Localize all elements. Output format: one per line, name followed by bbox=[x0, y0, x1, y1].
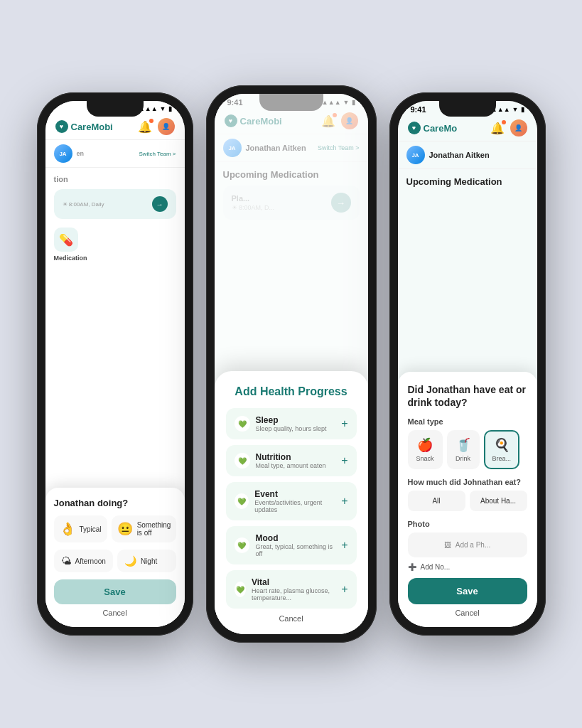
how-panel: Jonathan doing? 👌 Typical 😐 Something is… bbox=[45, 488, 185, 627]
logo-icon-3: ♥ bbox=[408, 122, 421, 134]
mood-something-off[interactable]: 😐 Something is off bbox=[112, 515, 177, 542]
photo-icon: 🖼 bbox=[444, 541, 451, 549]
health-item-text-event: Event Events/activities, urgent updates bbox=[254, 489, 341, 513]
health-item-left-mood: 💚 Mood Great, typical, something is off bbox=[235, 533, 342, 557]
med-icon-area: 💊 Medication bbox=[45, 222, 185, 267]
nutrition-heart-icon: 💚 bbox=[235, 453, 250, 469]
health-item-text-sleep: Sleep Sleep quality, hours slept bbox=[256, 415, 327, 432]
bell-wrapper-3[interactable]: 🔔 bbox=[490, 122, 505, 135]
health-item-left-nutrition: 💚 Nutrition Meal type, amount eaten bbox=[235, 452, 326, 469]
sleep-subtitle: Sleep quality, hours slept bbox=[256, 425, 327, 432]
health-item-text-mood: Mood Great, typical, something is off bbox=[255, 533, 341, 557]
sleep-heart-icon: 💚 bbox=[235, 416, 250, 432]
health-item-event[interactable]: 💚 Event Events/activities, urgent update… bbox=[226, 482, 357, 520]
upcoming-med-label-1: tion bbox=[45, 168, 185, 186]
mood-subtitle: Great, typical, something is off bbox=[255, 543, 341, 557]
drink-icon: 🥤 bbox=[456, 437, 471, 453]
afternoon-icon: 🌤 bbox=[61, 555, 71, 567]
switch-team-1[interactable]: Switch Team > bbox=[139, 151, 176, 157]
amount-label: How much did Johnathan eat? bbox=[408, 478, 527, 486]
phone-1: ▲▲▲ ▼ ▮ ♥ CareMobi 🔔 bbox=[37, 92, 193, 636]
add-photo-text: Add a Ph... bbox=[456, 541, 490, 549]
battery-icon-3: ▮ bbox=[521, 106, 524, 113]
save-button-3[interactable]: Save bbox=[408, 578, 527, 604]
event-title: Event bbox=[254, 489, 341, 499]
night-label: Night bbox=[141, 557, 157, 565]
nutrition-subtitle: Meal type, amount eaten bbox=[256, 462, 326, 469]
vital-subtitle: Heart rate, plasma glucose, temperature.… bbox=[252, 587, 341, 601]
time-night[interactable]: 🌙 Night bbox=[117, 550, 176, 572]
panel-title: Jonathan doing? bbox=[54, 498, 176, 508]
health-item-text-nutrition: Nutrition Meal type, amount eaten bbox=[256, 452, 326, 469]
battery-icon: ▮ bbox=[168, 105, 172, 112]
nutrition-modal: Did Jonathan have eat or drink today? Me… bbox=[398, 372, 537, 627]
notch-3 bbox=[439, 101, 496, 117]
health-item-nutrition[interactable]: 💚 Nutrition Meal type, amount eaten + bbox=[226, 445, 357, 476]
status-time-3: 9:41 bbox=[411, 105, 426, 114]
meal-type-drink[interactable]: 🥤 Drink bbox=[447, 430, 480, 469]
med-card-left-1: ☀ 8:00AM, Daily bbox=[63, 201, 104, 208]
amount-all[interactable]: All bbox=[408, 491, 465, 511]
cancel-link-3[interactable]: Cancel bbox=[408, 609, 527, 617]
patient-info-1: JA en bbox=[54, 144, 85, 163]
time-afternoon[interactable]: 🌤 Afternoon bbox=[54, 550, 113, 572]
mood-plus-btn[interactable]: + bbox=[341, 539, 347, 552]
sleep-plus-btn[interactable]: + bbox=[341, 417, 347, 430]
avatar-3: 👤 bbox=[510, 119, 527, 136]
app-header-3: ♥ CareMo 🔔 👤 bbox=[398, 115, 537, 141]
mood-title: Mood bbox=[255, 533, 341, 543]
mood-label-typical: Typical bbox=[80, 525, 102, 533]
nutrition-question: Did Jonathan have eat or drink today? bbox=[408, 383, 527, 409]
patient-avatar-3: JA bbox=[406, 146, 425, 164]
meal-types-row: 🍎 Snack 🥤 Drink 🍳 Brea... bbox=[408, 430, 527, 469]
cancel-link-2[interactable]: Cancel bbox=[226, 614, 357, 623]
patient-name-3: Jonathan Aitken bbox=[429, 151, 490, 159]
snack-label: Snack bbox=[416, 455, 434, 462]
phone-3: 9:41 ▲▲▲ ▼ ▮ ♥ CareMo 🔔 bbox=[389, 92, 546, 636]
vital-heart-icon: 💚 bbox=[235, 582, 246, 597]
health-item-left-event: 💚 Event Events/activities, urgent update… bbox=[235, 489, 342, 513]
health-item-sleep[interactable]: 💚 Sleep Sleep quality, hours slept + bbox=[226, 408, 357, 439]
event-plus-btn[interactable]: + bbox=[341, 495, 347, 508]
nutrition-plus-btn[interactable]: + bbox=[341, 454, 347, 467]
med-icon-1: → bbox=[152, 196, 168, 212]
health-item-vital[interactable]: 💚 Vital Heart rate, plasma glucose, temp… bbox=[226, 570, 357, 609]
app-logo-3: ♥ CareMo bbox=[408, 122, 458, 134]
event-heart-icon: 💚 bbox=[235, 493, 249, 509]
bell-wrapper-1[interactable]: 🔔 bbox=[138, 120, 152, 134]
time-grid: 🌤 Afternoon 🌙 Night bbox=[54, 550, 176, 572]
header-right-1: 🔔 👤 bbox=[138, 118, 175, 135]
health-item-mood[interactable]: 💚 Mood Great, typical, something is off … bbox=[226, 526, 357, 564]
breakfast-label: Brea... bbox=[492, 455, 512, 462]
patient-info-3: JA Jonathan Aitken bbox=[406, 146, 490, 164]
mood-typical[interactable]: 👌 Typical bbox=[54, 515, 107, 542]
vital-plus-btn[interactable]: + bbox=[341, 583, 347, 596]
photo-area[interactable]: 🖼 Add a Ph... bbox=[408, 532, 527, 557]
notch-1 bbox=[87, 101, 144, 117]
health-item-text-vital: Vital Heart rate, plasma glucose, temper… bbox=[252, 577, 341, 601]
bell-dot-1 bbox=[149, 119, 153, 123]
cancel-link-1[interactable]: Cancel bbox=[54, 609, 176, 617]
modal-title: Add Health Progress bbox=[226, 385, 357, 398]
patient-bar-3: JA Jonathan Aitken bbox=[398, 141, 537, 169]
amount-half[interactable]: About Ha... bbox=[470, 491, 527, 511]
modal-sheet: Add Health Progress 💚 Sleep Sleep qualit… bbox=[215, 371, 368, 634]
patient-avatar-1: JA bbox=[54, 144, 72, 163]
add-note-icon: ➕ bbox=[408, 563, 416, 571]
mood-heart-icon: 💚 bbox=[235, 537, 250, 553]
mood-emoji-off: 😐 bbox=[117, 521, 133, 537]
patient-bar-1: JA en Switch Team > bbox=[45, 140, 185, 168]
wifi-icon: ▼ bbox=[160, 105, 166, 112]
nutrition-question-text: Did Jonathan have eat or drink today? bbox=[408, 384, 526, 408]
modal-overlay: Add Health Progress 💚 Sleep Sleep qualit… bbox=[215, 94, 368, 634]
logo-icon-1: ♥ bbox=[55, 120, 68, 133]
mood-label-off: Something is off bbox=[137, 521, 171, 537]
meal-type-snack[interactable]: 🍎 Snack bbox=[408, 430, 443, 469]
meal-type-breakfast[interactable]: 🍳 Brea... bbox=[484, 430, 520, 469]
save-button-1[interactable]: Save bbox=[54, 579, 176, 604]
event-subtitle: Events/activities, urgent updates bbox=[254, 499, 341, 513]
patient-name-1: en bbox=[77, 150, 85, 157]
mood-grid: 👌 Typical 😐 Something is off bbox=[54, 515, 176, 542]
add-note-row[interactable]: ➕ Add No... bbox=[408, 563, 527, 571]
med-card-1[interactable]: ☀ 8:00AM, Daily → bbox=[54, 189, 176, 219]
